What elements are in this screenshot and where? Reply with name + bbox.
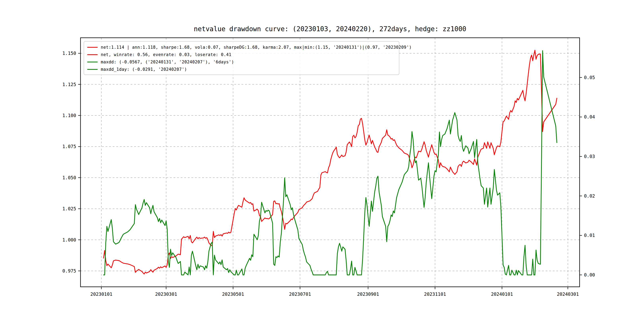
y-left-tick-label: 1.125 xyxy=(62,82,76,87)
net-line-swatch xyxy=(87,47,98,48)
maxdd-1day-line-swatch xyxy=(87,69,98,70)
y-left-tick-label: 1.050 xyxy=(62,175,76,180)
y-right-tick-label: 0.02 xyxy=(584,194,595,198)
y-right-tick-label: 0.03 xyxy=(584,154,595,159)
legend-label: maxdd_1day: (-0.0291, '20240207') xyxy=(101,67,187,72)
y-left-tick-label: 0.975 xyxy=(62,268,76,274)
legend-box: net:1.114 | ann:1.118, sharpe:1.68, vola… xyxy=(84,41,399,75)
figure: 2023010120230301202305012023070120230901… xyxy=(0,0,644,322)
y-right-tick-label: 0.04 xyxy=(584,114,595,120)
maxdd-line-swatch xyxy=(87,62,98,62)
legend-label: maxdd: (-0.0567, ('20240131', '20240207'… xyxy=(101,60,234,64)
legend-label: net:1.114 | ann:1.118, sharpe:1.68, vola… xyxy=(101,45,412,50)
y-right-tick-label: 0.00 xyxy=(584,272,595,278)
y-left-tick-label: 1.150 xyxy=(62,51,76,56)
y-left-tick-label: 1.000 xyxy=(62,237,76,242)
series-lines xyxy=(104,50,557,275)
y-left-tick-label: 1.025 xyxy=(62,206,76,211)
legend-item-maxdd-1day: maxdd_1day: (-0.0291, '20240207') xyxy=(87,66,399,73)
tick-labels: 2023010120230301202305012023070120230901… xyxy=(62,51,595,297)
x-tick-label: 20230301 xyxy=(155,292,177,297)
x-tick-label: 20240101 xyxy=(491,292,513,297)
y-right-tick-label: 0.05 xyxy=(584,75,595,80)
legend-item-net-rates: net, winrate: 0.56, evenrate: 0.03, lose… xyxy=(87,51,399,58)
x-tick-label: 20230901 xyxy=(357,292,379,297)
x-tick-label: 20231101 xyxy=(424,292,446,297)
net-line-swatch xyxy=(87,54,98,55)
x-tick-label: 20240301 xyxy=(557,292,579,297)
y-left-tick-label: 1.100 xyxy=(62,113,76,118)
legend-item-maxdd: maxdd: (-0.0567, ('20240131', '20240207'… xyxy=(87,58,399,66)
legend-item-net-stats: net:1.114 | ann:1.118, sharpe:1.68, vola… xyxy=(87,44,399,51)
net-line xyxy=(104,50,557,274)
chart-title: netvalue drawdown curve: (20230103, 2024… xyxy=(80,25,580,33)
x-tick-label: 20230701 xyxy=(289,292,311,297)
legend-label: net, winrate: 0.56, evenrate: 0.03, lose… xyxy=(101,52,231,57)
x-tick-label: 20230101 xyxy=(90,292,112,297)
y-right-tick-label: 0.01 xyxy=(584,233,595,238)
y-left-tick-label: 1.075 xyxy=(62,144,76,149)
tick-marks xyxy=(78,53,582,289)
x-tick-label: 20230501 xyxy=(222,292,244,297)
